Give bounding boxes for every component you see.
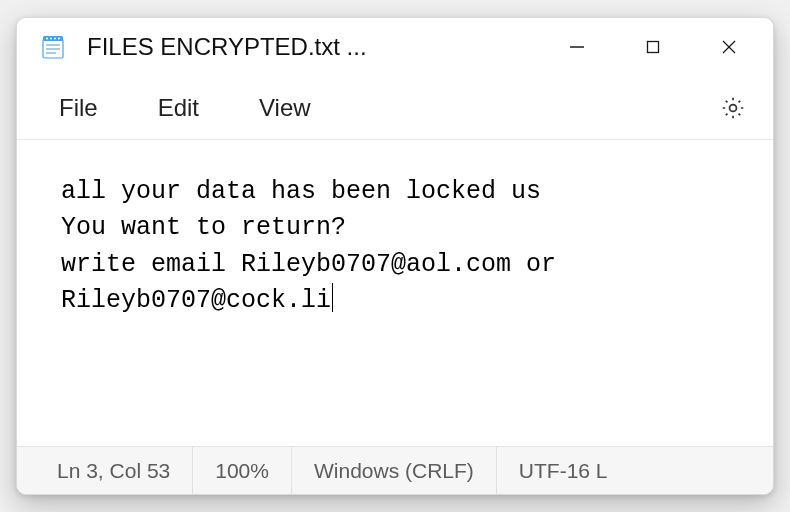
close-icon	[721, 39, 737, 55]
svg-point-5	[58, 38, 60, 40]
gear-icon	[720, 95, 746, 121]
menu-file[interactable]: File	[33, 84, 124, 132]
editor-content: all your data has been locked us You wan…	[61, 177, 571, 315]
menu-view[interactable]: View	[233, 84, 337, 132]
status-encoding: UTF-16 L	[497, 447, 773, 494]
maximize-icon	[646, 40, 660, 54]
svg-point-3	[50, 38, 52, 40]
settings-button[interactable]	[709, 84, 757, 132]
notepad-icon	[39, 33, 67, 61]
status-cursor-position: Ln 3, Col 53	[17, 447, 193, 494]
minimize-button[interactable]	[539, 18, 615, 76]
svg-point-2	[46, 38, 48, 40]
menubar: File Edit View	[17, 76, 773, 140]
text-caret	[332, 283, 333, 312]
window-controls	[539, 18, 767, 76]
window-title: FILES ENCRYPTED.txt ...	[81, 33, 525, 61]
svg-point-4	[54, 38, 56, 40]
text-editor[interactable]: all your data has been locked us You wan…	[17, 140, 773, 446]
svg-rect-10	[648, 42, 659, 53]
status-line-ending: Windows (CRLF)	[292, 447, 497, 494]
notepad-window: FILES ENCRYPTED.txt ... File Edit View a…	[16, 17, 774, 495]
status-zoom[interactable]: 100%	[193, 447, 292, 494]
minimize-icon	[569, 39, 585, 55]
titlebar: FILES ENCRYPTED.txt ...	[17, 18, 773, 76]
close-button[interactable]	[691, 18, 767, 76]
menu-edit[interactable]: Edit	[132, 84, 225, 132]
statusbar: Ln 3, Col 53 100% Windows (CRLF) UTF-16 …	[17, 446, 773, 494]
maximize-button[interactable]	[615, 18, 691, 76]
svg-point-13	[730, 104, 737, 111]
